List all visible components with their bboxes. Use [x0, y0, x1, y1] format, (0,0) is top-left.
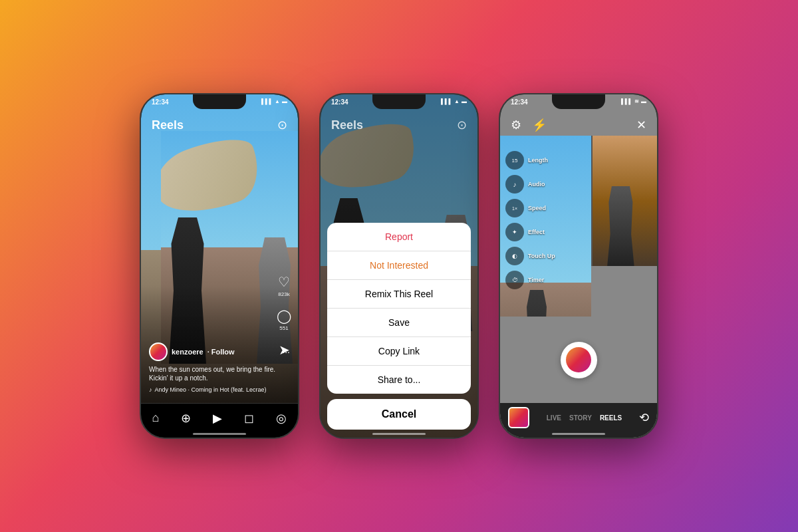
close-button-3[interactable]: ✕	[636, 118, 646, 132]
camera-button-1[interactable]: ⊙	[277, 118, 287, 132]
like-count-1: 823k	[278, 291, 289, 297]
search-nav-1[interactable]: ⊕	[181, 411, 191, 426]
heart-icon-1: ♡	[278, 274, 290, 290]
music-note-icon-1: ♪	[149, 386, 152, 393]
status-icons-3: ▌▌▌ ≋ ▬	[621, 98, 646, 104]
reels-title-2: Reels	[331, 118, 363, 132]
cancel-button-2[interactable]: Cancel	[327, 399, 471, 430]
reels-header-2: Reels ⊙	[321, 113, 477, 137]
length-label: Length	[528, 157, 548, 164]
effect-icon: ✦	[505, 223, 524, 241]
timer-tool[interactable]: ⏱ Timer	[505, 271, 555, 289]
signal-icon-2: ▌▌▌	[441, 98, 452, 104]
reels-header-1: Reels ⊙	[141, 113, 298, 137]
sheet-main-2: Report Not Interested Remix This Reel Sa…	[327, 223, 471, 394]
battery-icon-2: ▬	[462, 98, 467, 104]
comment-button-1[interactable]: ◯ 551	[277, 308, 291, 331]
length-icon: 15	[505, 151, 524, 170]
notch-1	[193, 94, 246, 109]
speed-icon: 1×	[505, 199, 524, 217]
flash-icon-3[interactable]: ⚡	[532, 118, 547, 132]
touch-up-label: Touch Up	[528, 253, 555, 259]
reels-title-1: Reels	[152, 118, 184, 132]
status-time-1: 12:34	[152, 98, 169, 106]
camera-left-icons-3: ⚙ ⚡	[511, 118, 547, 132]
username-1[interactable]: kenzoere	[172, 348, 203, 356]
audio-label: Audio	[528, 181, 545, 188]
home-indicator-2	[372, 433, 426, 435]
battery-icon-1: ▬	[282, 98, 287, 104]
camera-top-bar-3: ⚙ ⚡ ✕	[500, 113, 657, 137]
user-row-1: kenzoere · Follow ···	[149, 342, 290, 361]
music-row-1: ♪ Andy Mineo · Coming in Hot (feat. Lecr…	[149, 386, 290, 393]
status-time-2: 12:34	[331, 98, 348, 106]
more-options-1[interactable]: ···	[282, 346, 290, 357]
home-nav-1[interactable]: ⌂	[152, 411, 160, 425]
timer-label: Timer	[528, 277, 544, 283]
audio-tool[interactable]: ♪ Audio	[505, 175, 555, 194]
effect-label: Effect	[528, 229, 545, 235]
save-option[interactable]: Save	[327, 309, 471, 337]
profile-nav-1[interactable]: ◎	[276, 411, 287, 426]
copy-link-option[interactable]: Copy Link	[327, 337, 471, 366]
caption-1: When the sun comes out, we bring the fir…	[149, 365, 290, 382]
touch-up-icon: ◐	[505, 247, 524, 265]
signal-icon-1: ▌▌▌	[261, 98, 273, 104]
touch-up-tool[interactable]: ◐ Touch Up	[505, 247, 555, 265]
speed-label: Speed	[528, 205, 546, 211]
notch-3	[552, 94, 605, 109]
comment-icon-1: ◯	[277, 308, 291, 324]
record-inner-3	[566, 347, 591, 372]
wifi-icon-3: ≋	[634, 98, 639, 104]
notch-2	[372, 94, 426, 109]
phone-2-action-sheet: 12:34 ▌▌▌ ▲ ▬ Reels ⊙ Report Not Interes…	[319, 93, 479, 439]
live-mode-btn[interactable]: LIVE	[547, 414, 561, 422]
home-indicator-3	[552, 433, 605, 435]
phone-1-reels-feed: 12:34 ▌▌▌ ▲ ▬ Reels ⊙ ♡ 823k ◯ 551 ➤	[140, 93, 299, 439]
battery-icon-3: ▬	[641, 98, 646, 104]
status-icons-1: ▌▌▌ ▲ ▬	[261, 98, 287, 104]
status-time-3: 12:34	[511, 98, 528, 106]
comment-count-1: 551	[279, 325, 288, 331]
remix-option[interactable]: Remix This Reel	[327, 280, 471, 309]
mode-selector-3: LIVE STORY REELS	[547, 414, 622, 422]
phone-3-camera: 12:34 ▌▌▌ ≋ ▬ ⚙ ⚡ ✕ 15 Length	[499, 93, 658, 439]
share-to-option[interactable]: Share to...	[327, 366, 471, 394]
reels-mode-btn[interactable]: REELS	[600, 414, 622, 422]
speed-tool[interactable]: 1× Speed	[505, 199, 555, 217]
report-option[interactable]: Report	[327, 223, 471, 251]
user-avatar-1	[149, 342, 168, 361]
settings-icon-3[interactable]: ⚙	[511, 118, 521, 132]
not-interested-option[interactable]: Not Interested	[327, 251, 471, 280]
status-icons-2: ▌▌▌ ▲ ▬	[441, 98, 467, 104]
home-indicator-1	[193, 433, 246, 435]
feed-bottom-1: kenzoere · Follow ··· When the sun comes…	[141, 342, 298, 401]
action-sheet-2: Report Not Interested Remix This Reel Sa…	[321, 223, 477, 438]
wifi-icon-2: ▲	[454, 98, 460, 104]
camera-tools-3: 15 Length ♪ Audio 1× Speed ✦ Effe	[505, 151, 555, 289]
effect-tool[interactable]: ✦ Effect	[505, 223, 555, 241]
follow-button-1[interactable]: · Follow	[207, 348, 235, 356]
wifi-icon-1: ▲	[275, 98, 280, 104]
length-tool[interactable]: 15 Length	[505, 151, 555, 170]
reels-nav-1[interactable]: ▶	[213, 411, 222, 426]
record-button-3[interactable]	[561, 342, 597, 378]
camera-button-2[interactable]: ⊙	[457, 118, 467, 132]
signal-icon-3: ▌▌▌	[621, 98, 632, 104]
like-button-1[interactable]: ♡ 823k	[278, 274, 290, 297]
album-thumbnail-3[interactable]	[508, 407, 529, 428]
timer-icon: ⏱	[505, 271, 524, 289]
music-text-1: Andy Mineo · Coming in Hot (feat. Lecrae…	[155, 386, 267, 393]
story-mode-btn[interactable]: STORY	[569, 414, 592, 422]
flip-camera-button-3[interactable]: ⟲	[639, 410, 649, 425]
shop-nav-1[interactable]: ◻	[244, 411, 254, 426]
audio-icon: ♪	[505, 175, 524, 194]
